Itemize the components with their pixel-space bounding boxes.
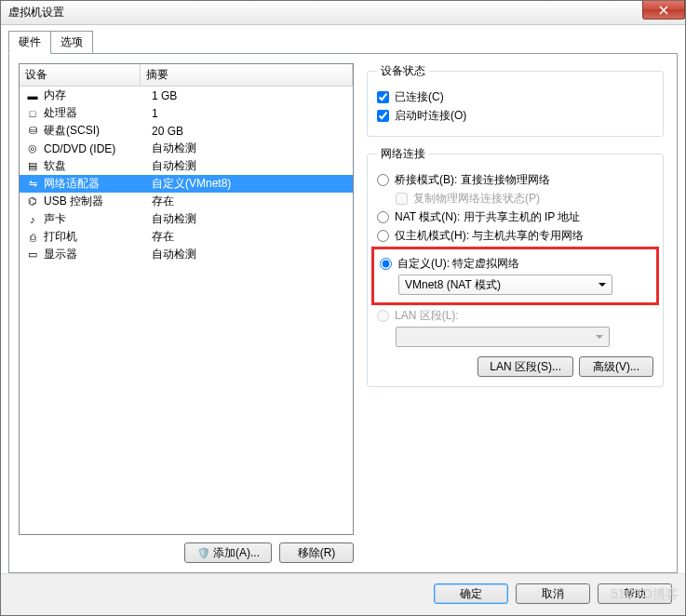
ok-button[interactable]: 确定: [434, 583, 508, 604]
printer-icon: ⎙: [25, 230, 40, 245]
window-title: 虚拟机设置: [8, 5, 64, 20]
device-summary: 自动检测: [146, 247, 347, 262]
network-connection-legend: 网络连接: [377, 146, 429, 162]
device-name: 软盘: [44, 158, 66, 174]
device-name: 显示器: [44, 247, 77, 262]
display-icon: ▭: [25, 248, 40, 262]
device-summary: 1: [146, 107, 347, 120]
left-buttons: 🛡️ 添加(A)... 移除(R): [19, 535, 354, 563]
lan-segments-button[interactable]: LAN 区段(S)...: [478, 356, 573, 377]
device-status-group: 设备状态 已连接(C) 启动时连接(O): [367, 63, 664, 137]
device-name: 硬盘(SCSI): [44, 123, 100, 139]
device-row[interactable]: ▭显示器自动检测: [20, 246, 353, 263]
advanced-button[interactable]: 高级(V)...: [579, 356, 653, 377]
device-row[interactable]: ⇋网络适配器自定义(VMnet8): [20, 175, 353, 193]
device-status-legend: 设备状态: [377, 63, 429, 79]
device-name: CD/DVD (IDE): [44, 142, 115, 155]
connected-input[interactable]: [377, 91, 389, 103]
device-row[interactable]: ⎙打印机存在: [20, 228, 353, 246]
col-summary[interactable]: 摘要: [141, 64, 353, 86]
device-row[interactable]: ♪声卡自动检测: [20, 210, 353, 228]
device-name: USB 控制器: [44, 194, 103, 209]
device-name: 内存: [44, 87, 66, 103]
close-icon: [659, 6, 668, 15]
device-row[interactable]: □处理器1: [20, 104, 353, 122]
shield-icon: 🛡️: [196, 545, 211, 560]
tab-hardware[interactable]: 硬件: [8, 31, 51, 54]
replicate-input: [396, 193, 408, 205]
radio-bridged[interactable]: 桥接模式(B): 直接连接物理网络: [377, 172, 653, 188]
connect-at-power-input[interactable]: [377, 110, 389, 122]
floppy-icon: ▤: [25, 159, 40, 174]
network-connection-group: 网络连接 桥接模式(B): 直接连接物理网络 复制物理网络连接状态(P) NAT…: [367, 146, 664, 387]
device-row[interactable]: ▤软盘自动检测: [20, 157, 353, 175]
device-row[interactable]: ◎CD/DVD (IDE)自动检测: [20, 140, 353, 157]
device-summary: 存在: [146, 194, 347, 209]
chevron-down-icon: [596, 335, 603, 339]
memory-icon: ▬: [25, 88, 40, 103]
usb-icon: ⌬: [25, 194, 40, 209]
net-right-buttons: LAN 区段(S)... 高级(V)...: [377, 356, 653, 377]
device-name: 处理器: [44, 105, 77, 121]
dialog-footer: 确定 取消 帮助: [1, 573, 685, 615]
device-name: 网络适配器: [44, 176, 100, 192]
close-button[interactable]: [642, 1, 685, 20]
device-row[interactable]: ⛁硬盘(SCSI)20 GB: [20, 122, 353, 140]
lanseg-combo: [396, 327, 610, 347]
device-summary: 1 GB: [146, 89, 347, 102]
device-summary: 自动检测: [146, 141, 347, 156]
custom-network-value: VMnet8 (NAT 模式): [405, 277, 501, 293]
radio-custom-input[interactable]: [380, 258, 392, 270]
device-summary: 自定义(VMnet8): [146, 176, 347, 192]
radio-lanseg: LAN 区段(L):: [377, 308, 653, 324]
device-row[interactable]: ▬内存1 GB: [20, 87, 353, 104]
device-list: 设备 摘要 ▬内存1 GB□处理器1⛁硬盘(SCSI)20 GB◎CD/DVD …: [19, 63, 354, 535]
cancel-button[interactable]: 取消: [516, 583, 590, 604]
custom-network-combo[interactable]: VMnet8 (NAT 模式): [398, 275, 612, 295]
radio-nat[interactable]: NAT 模式(N): 用于共享主机的 IP 地址: [377, 209, 653, 225]
radio-lanseg-input: [377, 310, 389, 322]
device-name: 打印机: [44, 229, 77, 245]
connected-checkbox[interactable]: 已连接(C): [377, 89, 653, 105]
titlebar: 虚拟机设置: [1, 1, 685, 25]
device-row[interactable]: ⌬USB 控制器存在: [20, 193, 353, 210]
radio-custom[interactable]: 自定义(U): 特定虚拟网络: [380, 256, 651, 272]
device-list-header: 设备 摘要: [20, 64, 353, 87]
tab-content: 设备 摘要 ▬内存1 GB□处理器1⛁硬盘(SCSI)20 GB◎CD/DVD …: [8, 53, 678, 573]
radio-nat-input[interactable]: [377, 211, 389, 223]
radio-bridged-input[interactable]: [377, 174, 389, 186]
add-button[interactable]: 🛡️ 添加(A)...: [184, 542, 272, 563]
cd-icon: ◎: [25, 141, 40, 156]
network-icon: ⇋: [25, 177, 40, 192]
highlight-box: 自定义(U): 特定虚拟网络 VMnet8 (NAT 模式): [371, 247, 659, 305]
tabs: 硬件 选项: [1, 25, 685, 53]
device-summary: 20 GB: [146, 125, 347, 138]
disk-icon: ⛁: [25, 124, 40, 139]
device-summary: 自动检测: [146, 158, 347, 174]
sound-icon: ♪: [25, 212, 40, 227]
remove-button[interactable]: 移除(R): [279, 542, 354, 563]
device-name: 声卡: [44, 211, 66, 227]
right-panel: 设备状态 已连接(C) 启动时连接(O) 网络连接 桥接模式(B): 直接连接物…: [363, 63, 667, 563]
connect-at-power-checkbox[interactable]: 启动时连接(O): [377, 108, 653, 124]
cpu-icon: □: [25, 106, 40, 121]
device-summary: 自动检测: [146, 211, 347, 227]
replicate-checkbox: 复制物理网络连接状态(P): [396, 191, 653, 207]
help-button[interactable]: 帮助: [598, 583, 672, 604]
chevron-down-icon: [599, 283, 606, 287]
tab-options[interactable]: 选项: [50, 31, 93, 53]
radio-hostonly[interactable]: 仅主机模式(H): 与主机共享的专用网络: [377, 228, 653, 244]
device-summary: 存在: [146, 229, 347, 245]
col-device[interactable]: 设备: [20, 64, 141, 86]
left-panel: 设备 摘要 ▬内存1 GB□处理器1⛁硬盘(SCSI)20 GB◎CD/DVD …: [19, 63, 354, 563]
radio-hostonly-input[interactable]: [377, 230, 389, 242]
